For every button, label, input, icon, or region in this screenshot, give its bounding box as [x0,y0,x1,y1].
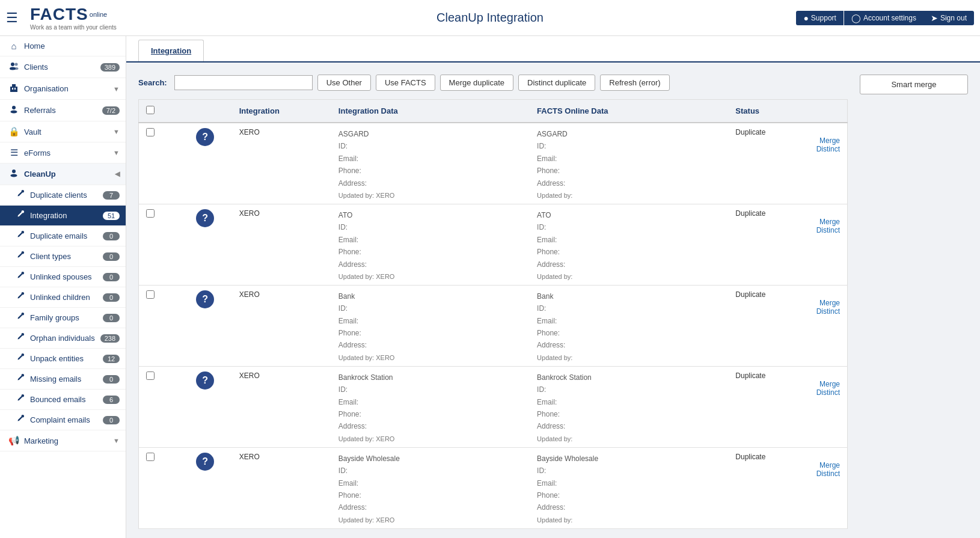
int-phone-label: Phone: [338,410,361,418]
facts-address-label: Address: [537,260,565,269]
row-integration-data: Bankrock Station ID: Email: Phone: Addre… [331,366,530,447]
action-distinct[interactable]: Distinct [735,388,840,397]
sidebar-item-label: Missing emails [30,374,103,384]
sidebar-item-label: Family groups [30,313,103,322]
facts-data-fields: ATO ID: Email: Phone: Address: [537,209,721,271]
sidebar-item-label: eForms [24,148,113,157]
int-name: ATO [338,211,353,219]
use-other-button[interactable]: Use Other [317,75,371,91]
facts-name: Bank [537,292,553,301]
row-question-icon: ? [196,128,214,146]
sidebar-item-marketing[interactable]: 📢 Marketing ▼ [0,430,126,451]
sidebar-item-orphan-individuals[interactable]: Orphan individuals 238 [0,328,126,349]
wrench-icon [14,313,25,323]
svg-point-3 [14,67,19,70]
facts-updated-by: Updated by: [537,435,721,442]
row-question-icon: ? [196,371,214,390]
sidebar-item-unlinked-children[interactable]: Unlinked children 0 [0,287,126,308]
int-phone-label: Phone: [338,248,361,256]
row-question-icon: ? [196,453,214,471]
sidebar-item-unpack-entities[interactable]: Unpack entities 12 [0,349,126,369]
arrow-icon: ▼ [113,437,120,444]
action-distinct[interactable]: Distinct [735,226,840,234]
row-checkbox[interactable] [146,128,155,136]
facts-data-fields: ASGARD ID: Email: Phone: Address: [537,128,721,189]
row-icon-cell: ? [179,123,232,204]
facts-updated-by: Updated by: [537,192,721,199]
sidebar-item-family-groups[interactable]: Family groups 0 [0,308,126,328]
use-facts-button[interactable]: Use FACTS [376,75,435,91]
smart-merge-button[interactable]: Smart merge [860,75,968,94]
sidebar-item-client-types[interactable]: Client types 0 [0,246,126,267]
status-duplicate: Duplicate [735,290,765,299]
facts-name: ATO [537,211,551,219]
row-checkbox-cell [139,447,179,528]
facts-data-fields: Bankrock Station ID: Email: Phone: Addre… [537,371,721,433]
action-merge[interactable]: Merge [735,380,840,388]
row-checkbox[interactable] [146,371,155,380]
facts-address-label: Address: [537,503,565,512]
layout: ⌂ Home Clients 389 Organisation ▼ Referr… [0,36,980,538]
facts-phone-label: Phone: [537,248,560,256]
sign-out-button[interactable]: ➤ Sign out [923,11,974,25]
sidebar-item-organisation[interactable]: Organisation ▼ [0,78,126,100]
facts-updated-by: Updated by: [537,273,721,280]
int-name: Bayside Wholesale [338,454,400,463]
sidebar-item-complaint-emails[interactable]: Complaint emails 0 [0,410,126,430]
clients-icon [8,61,19,73]
action-merge[interactable]: Merge [735,461,840,469]
action-distinct[interactable]: Distinct [735,145,840,153]
sidebar-item-referrals[interactable]: Referrals 7/2 [0,100,126,121]
distinct-duplicate-button[interactable]: Distinct duplicate [518,75,595,91]
wrench-icon [14,415,25,425]
facts-phone-label: Phone: [537,410,560,418]
col-header-icon [179,100,232,123]
sidebar-item-cleanup[interactable]: CleanUp ◀ [0,164,126,185]
merge-duplicate-button[interactable]: Merge duplicate [440,75,514,91]
refresh-error-button[interactable]: Refresh (error) [600,75,669,91]
facts-address-label: Address: [537,341,565,349]
search-input[interactable] [174,75,313,90]
sidebar-item-clients[interactable]: Clients 389 [0,57,126,78]
int-data-fields: Bankrock Station ID: Email: Phone: Addre… [338,371,522,433]
sidebar-item-duplicate-clients[interactable]: Duplicate clients 7 [0,185,126,206]
int-id-label: ID: [338,142,348,150]
svg-point-11 [11,174,17,177]
facts-email-label: Email: [537,398,557,406]
support-button[interactable]: ● Support [796,11,844,25]
action-merge[interactable]: Merge [735,136,840,145]
sidebar-item-duplicate-emails[interactable]: Duplicate emails 0 [0,226,126,246]
int-phone-label: Phone: [338,167,361,175]
facts-name: ASGARD [537,130,568,138]
action-distinct[interactable]: Distinct [735,307,840,316]
row-checkbox[interactable] [146,209,155,218]
svg-point-8 [12,106,16,109]
tab-integration[interactable]: Integration [138,40,204,61]
orphan-individuals-badge: 238 [100,334,120,343]
account-settings-button[interactable]: ◯ Account settings [844,11,923,25]
sidebar-item-integration[interactable]: Integration 51 [0,206,126,226]
sidebar-item-home[interactable]: ⌂ Home [0,36,126,57]
support-icon: ● [803,13,808,23]
action-merge[interactable]: Merge [735,299,840,307]
sidebar-item-bounced-emails[interactable]: Bounced emails 6 [0,390,126,410]
select-all-checkbox[interactable] [146,106,155,114]
main-content: Integration Search: Use Other Use FACTS … [126,36,980,538]
sidebar-item-label: Duplicate clients [30,191,103,200]
hamburger-icon[interactable]: ☰ [6,10,18,26]
facts-data-fields: Bayside Wholesale ID: Email: Phone: Addr… [537,453,721,514]
action-merge[interactable]: Merge [735,218,840,226]
row-checkbox[interactable] [146,453,155,461]
sidebar-item-label: Client types [30,252,103,261]
sidebar-item-missing-emails[interactable]: Missing emails 0 [0,369,126,390]
row-checkbox[interactable] [146,290,155,299]
int-updated-by: Updated by: XERO [338,516,522,524]
sidebar-item-unlinked-spouses[interactable]: Unlinked spouses 0 [0,267,126,287]
row-integration: XERO [232,204,331,285]
sidebar-item-eforms[interactable]: ☰ eForms ▼ [0,142,126,164]
facts-email-label: Email: [537,154,557,163]
action-distinct[interactable]: Distinct [735,469,840,478]
sidebar-item-vault[interactable]: 🔒 Vault ▼ [0,121,126,142]
content-area: Search: Use Other Use FACTS Merge duplic… [126,63,980,538]
unpack-entities-badge: 12 [103,355,120,363]
